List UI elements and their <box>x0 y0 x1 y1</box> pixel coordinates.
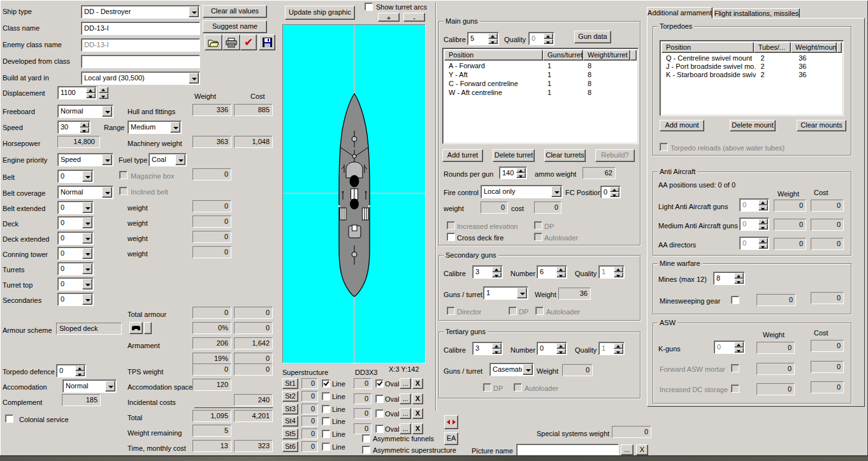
armour-scheme-aux-button[interactable] <box>144 322 152 334</box>
chevron-down-icon[interactable] <box>102 106 112 117</box>
chevron-down-icon[interactable] <box>82 263 92 274</box>
ea-button[interactable]: EA <box>444 432 458 445</box>
picture-browse-button[interactable]: ... <box>621 444 633 455</box>
belt-select[interactable]: 0 <box>57 170 94 183</box>
secondaries-select[interactable]: 0 <box>57 293 94 306</box>
spin-down-button[interactable] <box>556 272 566 278</box>
mines-spinner[interactable]: 8 <box>713 272 745 285</box>
st5-line-checkbox[interactable] <box>322 430 330 438</box>
gun-data-button[interactable]: Gun data <box>574 31 611 43</box>
st3-line-checkbox[interactable] <box>322 405 330 413</box>
add-mount-button[interactable]: Add mount <box>660 120 704 131</box>
fuel-type-select[interactable]: Coal <box>148 153 187 166</box>
cross-deck-fire-checkbox[interactable] <box>447 233 455 241</box>
show-turret-arcs-checkbox[interactable] <box>365 3 373 11</box>
print-button[interactable] <box>222 34 240 50</box>
st5-button[interactable]: St5 <box>282 428 298 439</box>
tertiary-calibre-spinner[interactable]: 3 <box>472 342 503 355</box>
k-guns-spinner[interactable]: 0 <box>714 340 745 354</box>
spin-down-button[interactable] <box>99 93 108 99</box>
turrets-select[interactable]: 0 <box>57 262 94 275</box>
spin-down-button[interactable] <box>734 348 744 353</box>
main-calibre-spinner[interactable]: 5 <box>467 32 499 45</box>
picture-clear-button[interactable]: X <box>636 444 648 455</box>
asymmetric-superstructure-checkbox[interactable] <box>362 446 370 454</box>
table-row[interactable]: Q - Centreline swivel mount 2 36 <box>662 54 841 62</box>
oval4-checkbox[interactable] <box>375 425 384 433</box>
chevron-down-icon[interactable] <box>517 288 527 298</box>
light-aa-spinner[interactable]: 0 <box>739 198 769 212</box>
tertiary-quality-spinner[interactable]: 1 <box>598 342 625 355</box>
picture-name-input[interactable] <box>516 444 619 457</box>
chevron-down-icon[interactable] <box>523 364 533 375</box>
table-row[interactable]: K - Starboard broadside swiv... 2 36 <box>662 71 841 79</box>
st6-button[interactable]: St6 <box>282 441 298 452</box>
chevron-down-icon[interactable] <box>105 381 115 391</box>
fc-positions-spinner[interactable]: 0 <box>600 186 621 198</box>
zoom-in-button[interactable]: + <box>378 13 400 22</box>
chevron-down-icon[interactable] <box>189 73 199 84</box>
asymmetric-funnels-checkbox[interactable] <box>362 434 370 443</box>
oval4-browse-button[interactable]: ... <box>400 423 411 434</box>
spin-up-button[interactable] <box>758 200 768 205</box>
chevron-down-icon[interactable] <box>102 154 112 165</box>
spin-down-button[interactable] <box>758 224 768 230</box>
column-header[interactable]: Weight/mount <box>791 42 837 53</box>
spin-down-button[interactable] <box>80 128 89 133</box>
st6-line-checkbox[interactable] <box>322 443 330 451</box>
spin-up-button[interactable] <box>556 343 566 349</box>
spin-down-button[interactable] <box>516 173 526 178</box>
open-file-button[interactable] <box>205 34 222 50</box>
spin-up-button[interactable] <box>516 168 526 173</box>
engine-priority-select[interactable]: Speed <box>57 153 113 166</box>
add-turret-button[interactable]: Add turret <box>442 149 483 162</box>
spin-down-button[interactable] <box>492 349 502 355</box>
column-header[interactable]: Tubes/... <box>754 42 791 53</box>
ship-top-view-canvas[interactable] <box>282 24 426 363</box>
main-guns-table[interactable]: Position Guns/turret Weight/turret A - F… <box>442 48 639 144</box>
spin-down-button[interactable] <box>614 349 623 355</box>
spin-down-button[interactable] <box>758 244 768 249</box>
zoom-out-button[interactable]: - <box>403 13 425 22</box>
chevron-down-icon[interactable] <box>551 186 561 197</box>
spin-down-button[interactable] <box>734 279 744 284</box>
spin-down-button[interactable] <box>492 272 502 278</box>
chevron-down-icon[interactable] <box>102 187 112 198</box>
column-header[interactable]: Position <box>444 50 543 61</box>
minesweeping-gear-checkbox[interactable] <box>731 296 739 304</box>
oval3-browse-button[interactable]: ... <box>400 408 411 419</box>
delete-turret-button[interactable]: Delete turret <box>493 149 535 162</box>
tertiary-number-spinner[interactable]: 0 <box>537 342 567 355</box>
st2-button[interactable]: St2 <box>282 391 298 402</box>
table-row[interactable]: C - Forward centreline 1 8 <box>444 80 636 88</box>
spin-up-button[interactable] <box>734 342 744 348</box>
st4-line-checkbox[interactable] <box>322 417 330 425</box>
table-row[interactable]: A - Forward 1 8 <box>444 62 636 70</box>
torpedo-defence-spinner[interactable]: 0 <box>56 364 86 377</box>
spin-down-button[interactable] <box>610 192 619 197</box>
armour-scheme-picker-button[interactable] <box>129 322 143 334</box>
chevron-down-icon[interactable] <box>82 171 92 182</box>
spin-up-button[interactable] <box>86 87 96 93</box>
chevron-down-icon[interactable] <box>82 294 92 305</box>
tab-flight-installations[interactable]: Flight installations, missiles <box>713 8 800 18</box>
column-header[interactable]: Guns/turret <box>543 50 583 61</box>
spin-up-button[interactable] <box>492 343 502 349</box>
displacement-coarse-spinner[interactable] <box>99 87 108 99</box>
verify-button[interactable]: ✔ <box>240 34 257 50</box>
oval3-delete-button[interactable]: X <box>412 408 423 419</box>
table-row[interactable]: J - Port broadside swivel mo... 2 36 <box>662 62 841 71</box>
oval2-checkbox[interactable] <box>375 395 384 403</box>
chevron-down-icon[interactable] <box>82 202 92 213</box>
spin-down-button[interactable] <box>614 272 623 278</box>
update-ship-graphic-button[interactable]: Update ship graphic <box>285 6 355 20</box>
spin-up-button[interactable] <box>492 267 502 272</box>
aa-directors-spinner[interactable]: 0 <box>739 237 769 250</box>
table-row[interactable]: W - Aft centreline 1 8 <box>444 89 636 97</box>
chevron-down-icon[interactable] <box>175 154 185 165</box>
spin-down-button[interactable] <box>75 371 85 377</box>
medium-aa-spinner[interactable]: 0 <box>739 217 769 231</box>
spin-up-button[interactable] <box>734 273 744 279</box>
tab-additional-armament[interactable]: Additional armament <box>647 7 712 18</box>
clear-all-values-button[interactable]: Clear all values <box>203 5 267 18</box>
